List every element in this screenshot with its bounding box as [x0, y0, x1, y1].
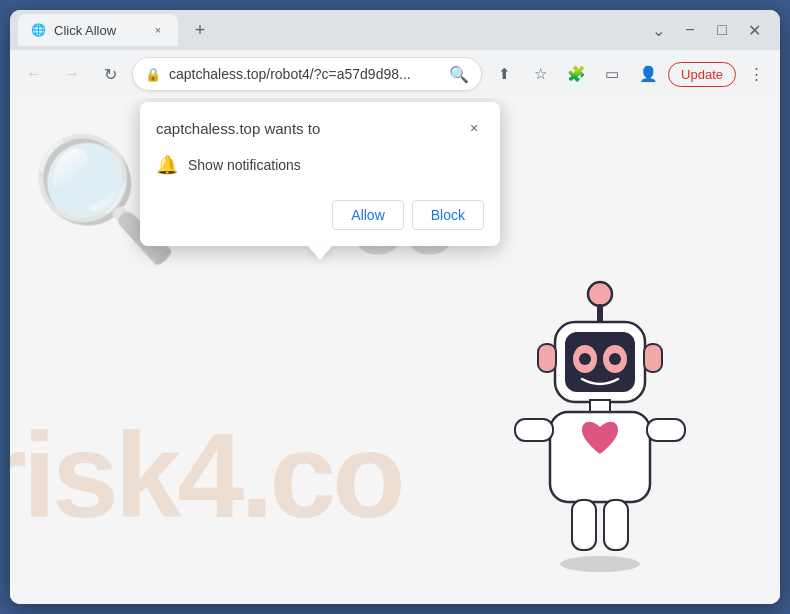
browser-window: 🌐 Click Allow × + ⌄ − □ ✕ ← → ↻ 🔒 captch… [10, 10, 780, 604]
address-bar[interactable]: 🔒 captchaless.top/robot4/?c=a57d9d98... … [132, 57, 482, 91]
title-bar: 🌐 Click Allow × + ⌄ − □ ✕ [10, 10, 780, 50]
notification-label: Show notifications [188, 157, 301, 173]
popup-notification-row: 🔔 Show notifications [140, 146, 500, 192]
profile-button[interactable]: 👤 [632, 58, 664, 90]
active-tab[interactable]: 🌐 Click Allow × [18, 14, 178, 46]
share-button[interactable]: ⬆ [488, 58, 520, 90]
bookmark-icon: ☆ [534, 65, 547, 83]
toolbar-actions: ⬆ ☆ 🧩 ▭ 👤 Update ⋮ [488, 58, 772, 90]
back-button[interactable]: ← [18, 58, 50, 90]
block-button[interactable]: Block [412, 200, 484, 230]
tab-favicon: 🌐 [30, 22, 46, 38]
forward-icon: → [64, 65, 80, 83]
share-icon: ⬆ [498, 65, 511, 83]
tab-close-button[interactable]: × [150, 22, 166, 38]
profile-icon: 👤 [639, 65, 658, 83]
minimize-button[interactable]: − [680, 21, 700, 39]
back-icon: ← [26, 65, 42, 83]
risk-watermark-text: risk4.co [10, 406, 402, 544]
svg-point-7 [609, 353, 621, 365]
svg-rect-12 [515, 419, 553, 441]
update-button[interactable]: Update [668, 62, 736, 87]
window-controls: ⌄ − □ ✕ [648, 21, 772, 40]
svg-rect-8 [538, 344, 556, 372]
maximize-button[interactable]: □ [712, 21, 732, 39]
popup-actions: Allow Block [140, 192, 500, 246]
chevron-icon: ⌄ [648, 21, 668, 40]
close-button[interactable]: ✕ [744, 21, 764, 40]
bell-icon: 🔔 [156, 154, 178, 176]
popup-close-button[interactable]: × [464, 118, 484, 138]
robot-illustration [500, 264, 700, 584]
popup-header: captchaless.top wants to × [140, 102, 500, 146]
sidebar-button[interactable]: ▭ [596, 58, 628, 90]
url-text: captchaless.top/robot4/?c=a57d9d98... [169, 66, 441, 82]
svg-rect-14 [572, 500, 596, 550]
svg-point-0 [588, 282, 612, 306]
svg-rect-9 [644, 344, 662, 372]
new-tab-button[interactable]: + [186, 16, 214, 44]
menu-button[interactable]: ⋮ [740, 58, 772, 90]
toolbar: ← → ↻ 🔒 captchaless.top/robot4/?c=a57d9d… [10, 50, 780, 98]
svg-point-6 [579, 353, 591, 365]
popup-tail [308, 246, 332, 260]
allow-button[interactable]: Allow [332, 200, 403, 230]
extension-button[interactable]: 🧩 [560, 58, 592, 90]
tab-title: Click Allow [54, 23, 142, 38]
svg-rect-15 [604, 500, 628, 550]
popup-title: captchaless.top wants to [156, 120, 320, 137]
page-background: 🔍 risk4.co OU [10, 98, 780, 604]
address-search-icon[interactable]: 🔍 [449, 65, 469, 84]
menu-icon: ⋮ [749, 65, 764, 83]
extension-icon: 🧩 [567, 65, 586, 83]
bookmark-button[interactable]: ☆ [524, 58, 556, 90]
svg-rect-11 [550, 412, 650, 502]
sidebar-icon: ▭ [605, 65, 619, 83]
reload-icon: ↻ [104, 65, 117, 84]
reload-button[interactable]: ↻ [94, 58, 126, 90]
lock-icon: 🔒 [145, 67, 161, 82]
svg-point-16 [560, 556, 640, 572]
forward-button[interactable]: → [56, 58, 88, 90]
svg-rect-13 [647, 419, 685, 441]
content-area: 🔍 risk4.co OU [10, 98, 780, 604]
notification-popup: captchaless.top wants to × 🔔 Show notifi… [140, 102, 500, 246]
